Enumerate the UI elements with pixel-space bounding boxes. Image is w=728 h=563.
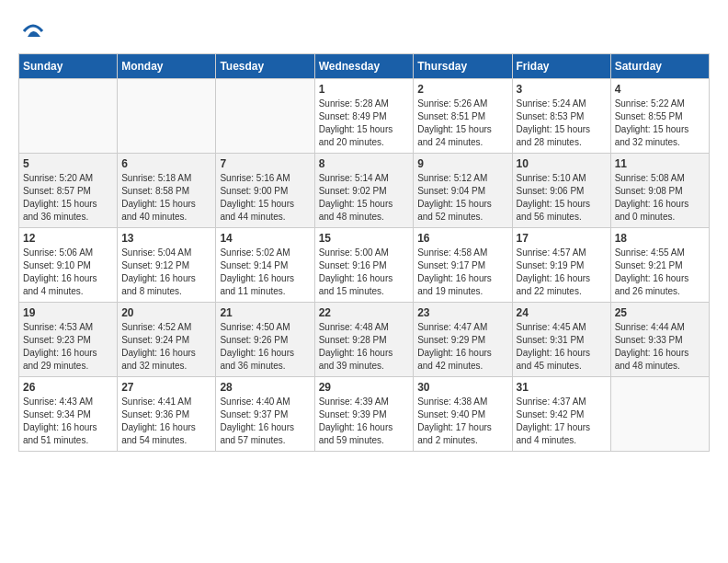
- calendar-cell: 19Sunrise: 4:53 AM Sunset: 9:23 PM Dayli…: [19, 303, 118, 377]
- calendar-cell: 1Sunrise: 5:28 AM Sunset: 8:49 PM Daylig…: [314, 79, 414, 154]
- calendar-cell: 2Sunrise: 5:26 AM Sunset: 8:51 PM Daylig…: [414, 79, 512, 154]
- calendar-cell: [118, 79, 216, 154]
- day-info: Sunrise: 4:45 AM Sunset: 9:31 PM Dayligh…: [517, 321, 607, 373]
- calendar-cell: 4Sunrise: 5:22 AM Sunset: 8:55 PM Daylig…: [610, 79, 709, 154]
- calendar-cell: 18Sunrise: 4:55 AM Sunset: 9:21 PM Dayli…: [610, 228, 709, 303]
- day-number: 3: [517, 83, 607, 96]
- day-number: 31: [517, 381, 607, 394]
- weekday-header: Wednesday: [314, 54, 414, 79]
- calendar-cell: 30Sunrise: 4:38 AM Sunset: 9:40 PM Dayli…: [414, 377, 512, 452]
- day-number: 26: [23, 381, 113, 394]
- day-number: 12: [23, 232, 113, 245]
- day-info: Sunrise: 5:04 AM Sunset: 9:12 PM Dayligh…: [121, 247, 211, 298]
- day-info: Sunrise: 5:28 AM Sunset: 8:49 PM Dayligh…: [319, 98, 410, 149]
- weekday-header: Thursday: [414, 54, 512, 79]
- calendar-cell: 21Sunrise: 4:50 AM Sunset: 9:26 PM Dayli…: [216, 303, 314, 377]
- logo-icon: [20, 18, 46, 44]
- day-info: Sunrise: 4:58 AM Sunset: 9:17 PM Dayligh…: [417, 247, 507, 298]
- calendar-cell: 13Sunrise: 5:04 AM Sunset: 9:12 PM Dayli…: [118, 228, 216, 303]
- calendar-cell: 25Sunrise: 4:44 AM Sunset: 9:33 PM Dayli…: [610, 303, 709, 377]
- calendar-cell: 14Sunrise: 5:02 AM Sunset: 9:14 PM Dayli…: [216, 228, 314, 303]
- calendar-cell: 7Sunrise: 5:16 AM Sunset: 9:00 PM Daylig…: [216, 154, 314, 228]
- day-number: 20: [121, 306, 211, 319]
- day-number: 21: [220, 306, 310, 319]
- day-info: Sunrise: 4:53 AM Sunset: 9:23 PM Dayligh…: [23, 321, 113, 373]
- day-number: 29: [319, 381, 410, 394]
- day-info: Sunrise: 5:12 AM Sunset: 9:04 PM Dayligh…: [417, 172, 507, 224]
- day-info: Sunrise: 5:06 AM Sunset: 9:10 PM Dayligh…: [23, 247, 113, 298]
- calendar-cell: 12Sunrise: 5:06 AM Sunset: 9:10 PM Dayli…: [19, 228, 118, 303]
- day-info: Sunrise: 4:57 AM Sunset: 9:19 PM Dayligh…: [517, 247, 607, 298]
- calendar-cell: 6Sunrise: 5:18 AM Sunset: 8:58 PM Daylig…: [118, 154, 216, 228]
- day-number: 30: [417, 381, 507, 394]
- calendar-week-row: 12Sunrise: 5:06 AM Sunset: 9:10 PM Dayli…: [19, 228, 710, 303]
- calendar-cell: [19, 79, 118, 154]
- day-info: Sunrise: 5:02 AM Sunset: 9:14 PM Dayligh…: [220, 247, 310, 298]
- day-info: Sunrise: 5:18 AM Sunset: 8:58 PM Dayligh…: [121, 172, 211, 224]
- day-info: Sunrise: 5:08 AM Sunset: 9:08 PM Dayligh…: [615, 172, 705, 224]
- day-info: Sunrise: 4:37 AM Sunset: 9:42 PM Dayligh…: [517, 396, 607, 447]
- day-number: 4: [615, 83, 705, 96]
- calendar-cell: 10Sunrise: 5:10 AM Sunset: 9:06 PM Dayli…: [512, 154, 610, 228]
- day-number: 17: [517, 232, 607, 245]
- day-number: 19: [23, 306, 113, 319]
- day-info: Sunrise: 5:24 AM Sunset: 8:53 PM Dayligh…: [517, 98, 607, 149]
- calendar-cell: 26Sunrise: 4:43 AM Sunset: 9:34 PM Dayli…: [19, 377, 118, 452]
- day-info: Sunrise: 5:10 AM Sunset: 9:06 PM Dayligh…: [517, 172, 607, 224]
- calendar-cell: [216, 79, 314, 154]
- day-number: 22: [319, 306, 410, 319]
- day-number: 7: [220, 157, 310, 170]
- day-number: 8: [319, 157, 410, 170]
- day-number: 5: [23, 157, 113, 170]
- calendar-week-row: 1Sunrise: 5:28 AM Sunset: 8:49 PM Daylig…: [19, 79, 710, 154]
- calendar-week-row: 5Sunrise: 5:20 AM Sunset: 8:57 PM Daylig…: [19, 154, 710, 228]
- calendar-table: SundayMondayTuesdayWednesdayThursdayFrid…: [18, 53, 710, 452]
- day-number: 11: [615, 157, 705, 170]
- day-info: Sunrise: 4:48 AM Sunset: 9:28 PM Dayligh…: [319, 321, 410, 373]
- day-info: Sunrise: 5:16 AM Sunset: 9:00 PM Dayligh…: [220, 172, 310, 224]
- calendar-cell: 9Sunrise: 5:12 AM Sunset: 9:04 PM Daylig…: [414, 154, 512, 228]
- day-info: Sunrise: 4:38 AM Sunset: 9:40 PM Dayligh…: [417, 396, 507, 447]
- day-number: 23: [417, 306, 507, 319]
- day-info: Sunrise: 4:39 AM Sunset: 9:39 PM Dayligh…: [319, 396, 410, 447]
- day-number: 13: [121, 232, 211, 245]
- page-header: [18, 18, 710, 44]
- calendar-cell: 28Sunrise: 4:40 AM Sunset: 9:37 PM Dayli…: [216, 377, 314, 452]
- calendar-cell: 15Sunrise: 5:00 AM Sunset: 9:16 PM Dayli…: [314, 228, 414, 303]
- calendar-week-row: 26Sunrise: 4:43 AM Sunset: 9:34 PM Dayli…: [19, 377, 710, 452]
- day-info: Sunrise: 4:40 AM Sunset: 9:37 PM Dayligh…: [220, 396, 310, 447]
- calendar-cell: [610, 377, 709, 452]
- day-info: Sunrise: 5:22 AM Sunset: 8:55 PM Dayligh…: [615, 98, 705, 149]
- calendar-cell: 22Sunrise: 4:48 AM Sunset: 9:28 PM Dayli…: [314, 303, 414, 377]
- day-info: Sunrise: 4:52 AM Sunset: 9:24 PM Dayligh…: [121, 321, 211, 373]
- weekday-header: Friday: [512, 54, 610, 79]
- day-number: 16: [417, 232, 507, 245]
- day-info: Sunrise: 5:14 AM Sunset: 9:02 PM Dayligh…: [319, 172, 410, 224]
- calendar-cell: 3Sunrise: 5:24 AM Sunset: 8:53 PM Daylig…: [512, 79, 610, 154]
- day-number: 25: [615, 306, 705, 319]
- weekday-header: Sunday: [19, 54, 118, 79]
- weekday-header-row: SundayMondayTuesdayWednesdayThursdayFrid…: [19, 54, 710, 79]
- calendar-cell: 5Sunrise: 5:20 AM Sunset: 8:57 PM Daylig…: [19, 154, 118, 228]
- calendar-cell: 11Sunrise: 5:08 AM Sunset: 9:08 PM Dayli…: [610, 154, 709, 228]
- day-info: Sunrise: 4:47 AM Sunset: 9:29 PM Dayligh…: [417, 321, 507, 373]
- calendar-week-row: 19Sunrise: 4:53 AM Sunset: 9:23 PM Dayli…: [19, 303, 710, 377]
- weekday-header: Saturday: [610, 54, 709, 79]
- calendar-cell: 31Sunrise: 4:37 AM Sunset: 9:42 PM Dayli…: [512, 377, 610, 452]
- calendar-cell: 24Sunrise: 4:45 AM Sunset: 9:31 PM Dayli…: [512, 303, 610, 377]
- calendar-cell: 27Sunrise: 4:41 AM Sunset: 9:36 PM Dayli…: [118, 377, 216, 452]
- day-info: Sunrise: 4:41 AM Sunset: 9:36 PM Dayligh…: [121, 396, 211, 447]
- calendar-cell: 23Sunrise: 4:47 AM Sunset: 9:29 PM Dayli…: [414, 303, 512, 377]
- day-info: Sunrise: 5:26 AM Sunset: 8:51 PM Dayligh…: [417, 98, 507, 149]
- day-number: 14: [220, 232, 310, 245]
- logo: [18, 18, 46, 44]
- day-info: Sunrise: 5:20 AM Sunset: 8:57 PM Dayligh…: [23, 172, 113, 224]
- day-number: 9: [417, 157, 507, 170]
- day-number: 24: [517, 306, 607, 319]
- day-number: 2: [417, 83, 507, 96]
- weekday-header: Monday: [118, 54, 216, 79]
- day-number: 6: [121, 157, 211, 170]
- day-number: 1: [319, 83, 410, 96]
- day-number: 10: [517, 157, 607, 170]
- day-number: 15: [319, 232, 410, 245]
